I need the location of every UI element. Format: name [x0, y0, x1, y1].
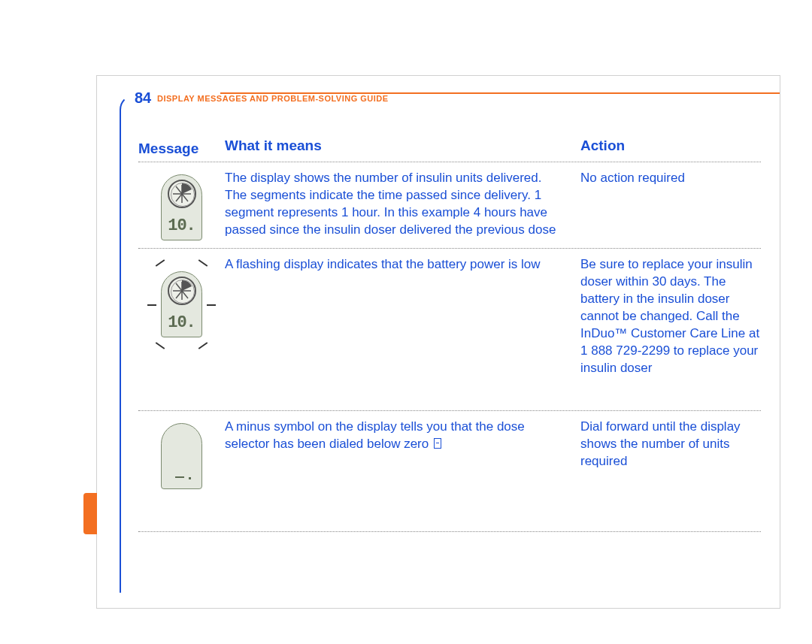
meaning-cell: A minus symbol on the display tells you … — [225, 419, 580, 524]
action-cell: Be sure to replace your insulin doser wi… — [580, 256, 761, 403]
flash-line-icon — [156, 342, 165, 349]
flash-line-icon — [198, 259, 208, 267]
flash-line-icon — [207, 304, 216, 306]
flashing-indicator: 10. — [150, 261, 213, 348]
section-tab — [83, 493, 97, 534]
insulin-doser-minus-icon — [161, 423, 202, 489]
dial-icon — [168, 277, 196, 305]
svg-line-5 — [176, 194, 182, 201]
message-icon-cell: 10. — [138, 170, 225, 240]
insulin-doser-flashing-icon: 10. — [161, 271, 202, 337]
minus-display-glyph-icon — [434, 438, 441, 449]
meaning-text: A minus symbol on the display tells you … — [225, 419, 525, 451]
flash-line-icon — [147, 304, 156, 306]
flash-line-icon — [198, 342, 208, 349]
table-row: 10. A flashing display indicates that th… — [138, 249, 761, 411]
message-icon-cell — [138, 419, 225, 524]
svg-line-7 — [176, 186, 182, 194]
device-readout: 10. — [162, 216, 201, 235]
section-title: DISPLAY MESSAGES AND PROBLEM-SOLVING GUI… — [157, 94, 389, 103]
minus-icon — [175, 476, 184, 479]
table-row: A minus symbol on the display tells you … — [138, 411, 761, 532]
header-action: Action — [580, 136, 761, 157]
svg-line-11 — [182, 291, 188, 298]
table-row: 10. The display shows the number of insu… — [138, 162, 761, 249]
flash-line-icon — [156, 259, 165, 267]
message-icon-cell: 10. — [138, 256, 225, 403]
meaning-cell: The display shows the number of insulin … — [225, 170, 580, 240]
meaning-cell: A flashing display indicates that the ba… — [225, 256, 580, 403]
page-number: 84 — [135, 89, 151, 107]
dot-icon — [189, 477, 191, 479]
device-readout: 10. — [162, 313, 201, 332]
svg-line-3 — [182, 194, 188, 201]
svg-line-15 — [176, 283, 182, 291]
content-area: Message What it means Action — [138, 128, 761, 593]
action-cell: No action required — [580, 170, 761, 240]
header-meaning: What it means — [225, 136, 580, 157]
header-message: Message — [138, 136, 225, 157]
svg-line-13 — [176, 291, 182, 298]
table-header-row: Message What it means Action — [138, 128, 761, 162]
dial-icon — [168, 180, 196, 208]
document-page: 84 DISPLAY MESSAGES AND PROBLEM-SOLVING … — [96, 75, 780, 609]
left-margin-rule — [120, 110, 121, 593]
action-cell: Dial forward until the display shows the… — [580, 419, 761, 524]
insulin-doser-icon: 10. — [161, 174, 202, 240]
